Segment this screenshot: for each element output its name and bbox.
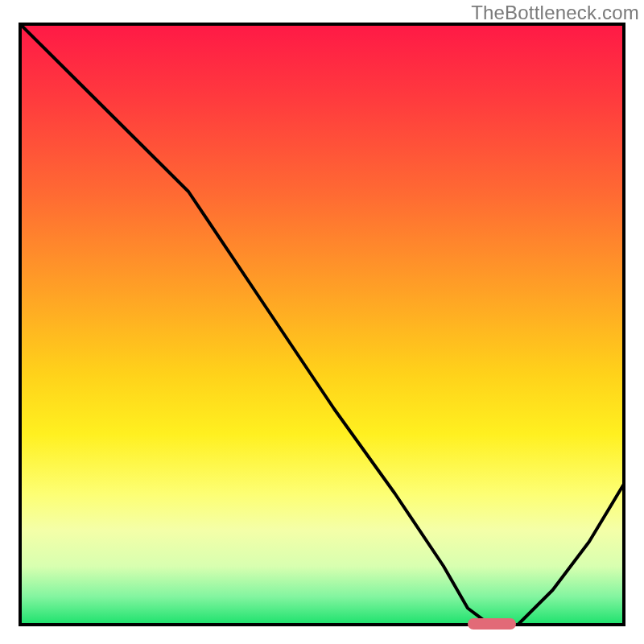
chart-gradient-area	[19, 23, 625, 626]
optimal-range-marker	[468, 618, 516, 630]
x-axis-line	[19, 623, 625, 626]
watermark-text: TheBottleneck.com	[471, 2, 639, 24]
y-axis-line	[19, 23, 22, 626]
